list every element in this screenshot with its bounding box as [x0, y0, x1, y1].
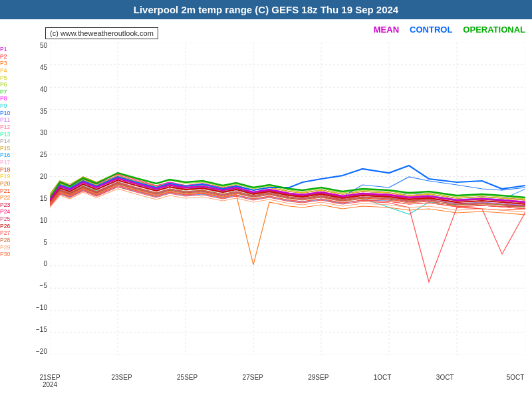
p-label-p30: P30: [0, 251, 31, 258]
x-label-3oct: 3OCT: [436, 374, 454, 388]
p-label-p28: P28: [0, 237, 31, 244]
p-label-p1: P1: [0, 46, 31, 53]
p-label-p14: P14: [0, 138, 31, 145]
x-axis: 21SEP2024 23SEP 25SEP 27SEP 29SEP 1OCT 3…: [50, 374, 525, 388]
p-label-p11: P11: [0, 116, 31, 124]
y-axis-labels: 50 45 40 35 30 25 20 15 10 5 0 −5 −10 −1…: [31, 43, 47, 355]
p-label-p4: P4: [0, 67, 31, 74]
x-label-1oct: 1OCT: [374, 374, 392, 388]
p-label-p22: P22: [0, 194, 31, 201]
p-label-p9: P9: [0, 102, 31, 110]
x-label-25sep: 25SEP: [177, 374, 198, 388]
p-label-p6: P6: [0, 81, 31, 88]
p-label-p2: P2: [0, 53, 31, 61]
legend-control: CONTROL: [410, 25, 452, 35]
x-label-23sep: 23SEP: [111, 374, 132, 388]
p-label-p21: P21: [0, 188, 31, 195]
p-label-p20: P20: [0, 180, 31, 188]
p-label-p24: P24: [0, 208, 31, 215]
p-labels: P1P2P3P4P5P6P7P8P9P10P11P12P13P14P15P16P…: [0, 46, 31, 258]
chart-container: Liverpool 2m temp range (C) GEFS 18z Thu…: [0, 0, 532, 399]
p-label-p18: P18: [0, 166, 31, 174]
p-label-p12: P12: [0, 124, 31, 131]
p-label-p15: P15: [0, 145, 31, 152]
p-label-p27: P27: [0, 229, 31, 237]
p-label-p10: P10: [0, 110, 31, 117]
p-label-p8: P8: [0, 95, 31, 102]
chart-area: (c) www.theweatheroutlook.com MEAN CONTR…: [0, 19, 532, 392]
p-label-p7: P7: [0, 88, 31, 96]
watermark: (c) www.theweatheroutlook.com: [45, 27, 158, 39]
p-label-p17: P17: [0, 159, 31, 166]
legend: MEAN CONTROL OPERATIONAL: [374, 25, 525, 35]
chart-title: Liverpool 2m temp range (C) GEFS 18z Thu…: [0, 0, 532, 19]
p-label-p3: P3: [0, 60, 31, 67]
p-label-p29: P29: [0, 244, 31, 251]
chart-svg: [50, 43, 525, 355]
legend-mean: MEAN: [374, 25, 399, 35]
x-label-21sep: 21SEP2024: [33, 374, 66, 388]
p-label-p26: P26: [0, 223, 31, 230]
x-label-27sep: 27SEP: [243, 374, 263, 388]
legend-operational: OPERATIONAL: [463, 25, 525, 35]
p-label-p25: P25: [0, 215, 31, 223]
p-label-p23: P23: [0, 201, 31, 209]
p-label-p19: P19: [0, 173, 31, 180]
x-label-5oct: 5OCT: [499, 374, 532, 388]
x-label-29sep: 29SEP: [308, 374, 329, 388]
p-label-p16: P16: [0, 152, 31, 159]
p-label-p13: P13: [0, 131, 31, 138]
p-label-p5: P5: [0, 74, 31, 82]
